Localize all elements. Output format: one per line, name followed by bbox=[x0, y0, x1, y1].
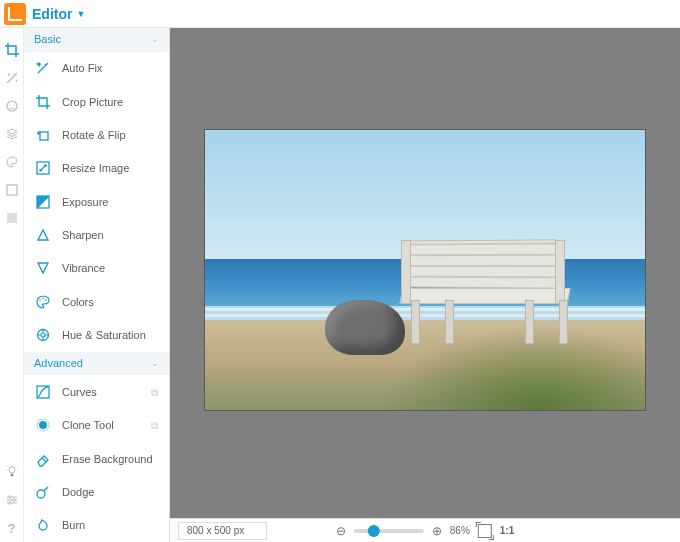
tool-label: Dodge bbox=[62, 486, 94, 498]
layers-icon[interactable] bbox=[4, 126, 20, 142]
burn-icon bbox=[34, 516, 52, 534]
tool-label: Vibrance bbox=[62, 262, 105, 274]
svg-point-2 bbox=[13, 104, 14, 105]
tool-label: Resize Image bbox=[62, 162, 129, 174]
tool-hue-saturation[interactable]: Hue & Saturation bbox=[24, 318, 169, 351]
clone-icon bbox=[34, 416, 52, 434]
mode-strip: ? bbox=[0, 28, 24, 542]
tool-sidebar: Basic ⌄ Auto Fix Crop Picture Rotate & F… bbox=[24, 28, 170, 542]
svg-point-12 bbox=[42, 297, 44, 299]
actual-size-button[interactable]: 1:1 bbox=[500, 525, 514, 536]
tool-sharpen[interactable]: Sharpen bbox=[24, 218, 169, 251]
section-advanced-header[interactable]: Advanced ⌄ bbox=[24, 352, 169, 376]
tool-vibrance[interactable]: Vibrance bbox=[24, 252, 169, 285]
tool-colors[interactable]: Colors bbox=[24, 285, 169, 318]
status-bar: 800 x 500 px ⊖ ⊕ 86% 1:1 bbox=[170, 518, 680, 542]
face-icon[interactable] bbox=[4, 98, 20, 114]
colorwheel-icon bbox=[34, 326, 52, 344]
tool-rotate-flip[interactable]: Rotate & Flip bbox=[24, 118, 169, 151]
svg-point-19 bbox=[37, 490, 45, 498]
texture-icon[interactable] bbox=[4, 210, 20, 226]
tool-burn[interactable]: Burn bbox=[24, 509, 169, 542]
tool-label: Hue & Saturation bbox=[62, 329, 146, 341]
chevron-down-icon[interactable]: ▼ bbox=[76, 9, 85, 19]
section-basic-label: Basic bbox=[34, 33, 61, 45]
tool-auto-fix[interactable]: Auto Fix bbox=[24, 52, 169, 85]
tool-label: Crop Picture bbox=[62, 96, 123, 108]
chevron-down-icon: ⌄ bbox=[151, 34, 159, 44]
tool-dodge[interactable]: Dodge bbox=[24, 475, 169, 508]
curves-icon bbox=[34, 383, 52, 401]
fit-screen-button[interactable] bbox=[478, 524, 492, 538]
palette-icon[interactable] bbox=[4, 154, 20, 170]
section-advanced-label: Advanced bbox=[34, 357, 83, 369]
tool-label: Auto Fix bbox=[62, 62, 102, 74]
svg-rect-8 bbox=[40, 132, 48, 140]
eraser-icon bbox=[34, 450, 52, 468]
popout-icon: ⧉ bbox=[151, 420, 161, 430]
svg-point-13 bbox=[45, 299, 47, 301]
tool-label: Colors bbox=[62, 296, 94, 308]
svg-point-7 bbox=[8, 502, 11, 505]
rotate-icon bbox=[34, 126, 52, 144]
exposure-icon bbox=[34, 193, 52, 211]
svg-point-11 bbox=[39, 299, 41, 301]
wand-icon bbox=[34, 59, 52, 77]
diamond-icon bbox=[34, 259, 52, 277]
svg-point-4 bbox=[9, 467, 15, 473]
help-icon[interactable]: ? bbox=[4, 520, 20, 536]
svg-point-1 bbox=[9, 104, 10, 105]
app-logo-icon bbox=[4, 3, 26, 25]
crop-icon[interactable] bbox=[4, 42, 20, 58]
section-basic-header[interactable]: Basic ⌄ bbox=[24, 28, 169, 52]
triangle-icon bbox=[34, 226, 52, 244]
resize-icon bbox=[34, 159, 52, 177]
svg-point-5 bbox=[8, 496, 11, 499]
tool-resize-image[interactable]: Resize Image bbox=[24, 152, 169, 185]
svg-point-15 bbox=[41, 333, 45, 337]
tool-clone[interactable]: Clone Tool ⧉ bbox=[24, 409, 169, 442]
app-title[interactable]: Editor bbox=[32, 6, 72, 22]
svg-rect-3 bbox=[7, 185, 17, 195]
tool-label: Burn bbox=[62, 519, 85, 531]
zoom-slider[interactable] bbox=[354, 529, 424, 533]
zoom-percent: 86% bbox=[450, 525, 470, 536]
workspace: PHOTO LIBRARY OPEN ↶ ↷ SAVE Sign in ✕ bbox=[170, 0, 680, 542]
canvas-image[interactable] bbox=[205, 130, 645, 410]
zoom-in-button[interactable]: ⊕ bbox=[432, 524, 442, 538]
popout-icon: ⧉ bbox=[151, 387, 161, 397]
zoom-out-button[interactable]: ⊖ bbox=[336, 524, 346, 538]
tool-label: Erase Background bbox=[62, 453, 153, 465]
tool-label: Clone Tool bbox=[62, 419, 114, 431]
app-header: Editor ▼ bbox=[0, 0, 680, 28]
chevron-down-icon: ⌄ bbox=[151, 358, 159, 368]
tool-label: Rotate & Flip bbox=[62, 129, 126, 141]
magic-icon[interactable] bbox=[4, 70, 20, 86]
tool-crop-picture[interactable]: Crop Picture bbox=[24, 85, 169, 118]
dodge-icon bbox=[34, 483, 52, 501]
lightbulb-icon[interactable] bbox=[4, 464, 20, 480]
svg-point-17 bbox=[39, 421, 47, 429]
tool-exposure[interactable]: Exposure bbox=[24, 185, 169, 218]
svg-point-6 bbox=[12, 499, 15, 502]
dimensions-readout[interactable]: 800 x 500 px bbox=[178, 522, 267, 540]
tool-erase-background[interactable]: Erase Background bbox=[24, 442, 169, 475]
frame-icon[interactable] bbox=[4, 182, 20, 198]
crop-icon bbox=[34, 93, 52, 111]
tool-curves[interactable]: Curves ⧉ bbox=[24, 375, 169, 408]
svg-point-0 bbox=[7, 101, 17, 111]
palette-icon bbox=[34, 293, 52, 311]
tool-label: Curves bbox=[62, 386, 97, 398]
settings-icon[interactable] bbox=[4, 492, 20, 508]
tool-label: Exposure bbox=[62, 196, 108, 208]
tool-label: Sharpen bbox=[62, 229, 104, 241]
